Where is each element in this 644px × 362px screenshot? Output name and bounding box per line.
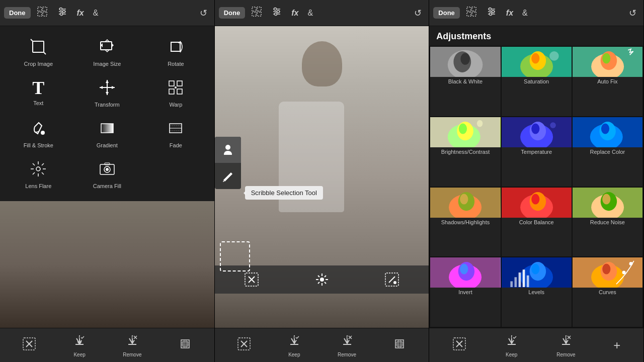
tool-camera-fill-label: Camera Fill	[93, 183, 121, 189]
svg-point-162	[622, 271, 625, 275]
undo-icon-right[interactable]: ↺	[626, 6, 639, 21]
adj-sat-thumb	[502, 47, 572, 77]
svg-rect-98	[467, 12, 471, 16]
tool-rotate[interactable]: Rotate	[142, 34, 209, 71]
adj-auto-thumb	[573, 47, 642, 77]
adj-shadows[interactable]: Shadows/Highlights	[430, 188, 500, 257]
tool-camera-fill[interactable]: Camera Fill	[74, 156, 141, 193]
adjustments-icon-left[interactable]	[54, 4, 71, 22]
remove-icon-mid	[340, 333, 354, 350]
tool-warp[interactable]: Warp	[142, 75, 209, 112]
adj-shadow-thumb	[430, 188, 500, 218]
effects-icon-middle[interactable]: fx	[288, 7, 301, 20]
adj-brightness[interactable]: Brightness/Contrast	[430, 117, 500, 187]
middle-image: Scribble Selection Tool	[215, 26, 429, 328]
svg-point-113	[531, 53, 539, 64]
keep-button-middle[interactable]: Keep	[287, 333, 301, 357]
tool-text[interactable]: T Text	[5, 75, 72, 112]
tool-text-label: Text	[33, 100, 43, 106]
svg-line-11	[31, 39, 33, 41]
svg-line-77	[318, 276, 319, 277]
adj-levels-label: Levels	[502, 288, 572, 297]
deselect-button-middle[interactable]	[237, 337, 251, 354]
tool-image-size-label: Image Size	[93, 61, 121, 67]
layers-button-middle[interactable]	[392, 337, 407, 354]
svg-rect-61	[257, 12, 261, 16]
keep-button-left[interactable]: Keep	[72, 333, 87, 357]
svg-point-122	[459, 123, 467, 134]
deselect-button-right[interactable]	[452, 337, 466, 354]
selection-icon-right[interactable]	[463, 4, 480, 22]
effects-icon-left[interactable]: fx	[74, 7, 87, 20]
tool-fade[interactable]: Fade	[142, 116, 209, 152]
ampersand-icon-right[interactable]: &	[519, 7, 531, 20]
done-button-left[interactable]: Done	[4, 7, 31, 19]
left-panel: Done fx & ↺	[0, 0, 215, 362]
keep-icon	[72, 333, 87, 350]
selection-icon-left[interactable]	[34, 4, 51, 22]
undo-icon-left[interactable]: ↺	[197, 6, 210, 21]
magic-wand-button[interactable]	[287, 267, 357, 292]
remove-button-left[interactable]: Remove	[123, 333, 141, 357]
transform-icon	[99, 79, 116, 99]
remove-icon	[125, 333, 139, 350]
lens-flare-icon	[30, 160, 47, 180]
adj-bw-thumb	[430, 47, 500, 77]
selection-icon-middle[interactable]	[248, 4, 265, 22]
tool-transform[interactable]: Transform	[74, 75, 141, 112]
tool-image-size[interactable]: Image Size	[74, 34, 141, 71]
adj-levels[interactable]: Levels	[502, 257, 572, 327]
svg-point-109	[461, 53, 470, 65]
ampersand-icon-left[interactable]: &	[90, 7, 102, 20]
selection-marquee	[220, 241, 250, 272]
tool-warp-label: Warp	[169, 102, 182, 108]
tool-lens-flare[interactable]: Lens Flare	[5, 156, 72, 193]
remove-button-right[interactable]: Remove	[556, 333, 575, 357]
adj-temp-thumb	[502, 117, 572, 147]
deselect-button-left[interactable]	[22, 337, 36, 354]
remove-button-middle[interactable]: Remove	[338, 333, 356, 357]
svg-line-38	[42, 172, 44, 174]
svg-point-152	[531, 264, 539, 275]
svg-rect-27	[101, 124, 113, 133]
svg-point-161	[602, 264, 610, 275]
middle-toolbar: Done fx & ↺	[215, 0, 429, 26]
adj-replace-label: Replace Color	[573, 147, 642, 156]
keep-button-right[interactable]: Keep	[505, 333, 519, 357]
svg-rect-91	[397, 341, 402, 346]
layers-button-left[interactable]	[178, 337, 192, 354]
add-button-right[interactable]: +	[613, 338, 620, 352]
done-button-middle[interactable]: Done	[219, 7, 246, 19]
adj-bw[interactable]: Black & White	[430, 47, 500, 116]
adj-invert[interactable]: Invert	[430, 257, 500, 327]
scribble-selection-tooltip: Scribble Selection Tool	[245, 186, 323, 200]
ampersand-icon-middle[interactable]: &	[304, 7, 316, 20]
done-button-right[interactable]: Done	[433, 7, 460, 19]
tool-crop[interactable]: Crop Image	[5, 34, 72, 71]
adjustments-icon-right[interactable]	[483, 4, 500, 22]
adj-curves[interactable]: Curves	[573, 257, 642, 327]
svg-point-136	[460, 194, 468, 204]
adj-replace-color[interactable]: Replace Color	[573, 117, 642, 187]
adj-levels-thumb	[502, 257, 572, 288]
undo-icon-middle[interactable]: ↺	[411, 6, 425, 21]
adj-reduce-noise[interactable]: Reduce Noise	[573, 188, 642, 257]
effects-icon-right[interactable]: fx	[503, 7, 516, 20]
tool-gradient[interactable]: Gradient	[74, 116, 141, 152]
svg-rect-53	[183, 341, 188, 346]
adj-auto-fix[interactable]: Auto Fix	[573, 47, 642, 116]
adj-saturation[interactable]: Saturation	[502, 47, 572, 116]
adj-color-balance[interactable]: Color Balance	[502, 188, 572, 257]
lasso-select-button[interactable]	[357, 267, 427, 292]
right-panel: Done fx & ↺ Adjustments	[429, 0, 644, 362]
adjustments-icon-middle[interactable]	[268, 4, 285, 22]
tool-fill-stroke[interactable]: Fill & Stroke	[5, 116, 72, 152]
adj-bright-label: Brightness/Contrast	[430, 147, 500, 156]
svg-rect-2	[38, 12, 42, 16]
stamp-tool-button[interactable]	[215, 137, 241, 163]
remove-label-right: Remove	[556, 352, 575, 357]
crop-icon	[30, 38, 47, 58]
brush-tool-button[interactable]	[215, 163, 241, 189]
layers-icon-mid	[392, 337, 407, 354]
adj-temperature[interactable]: Temperature	[502, 117, 572, 187]
